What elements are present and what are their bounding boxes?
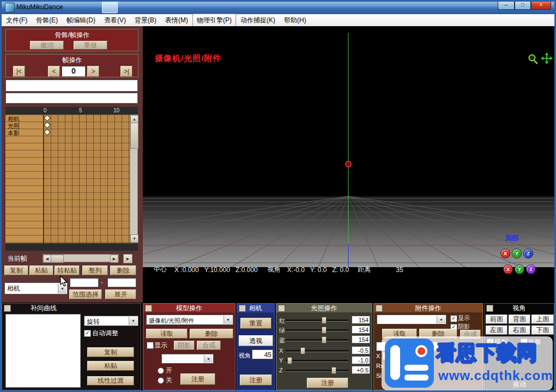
menu-help[interactable]: 帮助(H) [280, 14, 311, 26]
axis-y-rotate-icon[interactable]: Y [512, 249, 522, 258]
selection-list-box[interactable] [5, 93, 138, 104]
title-bar[interactable]: MikuMikuDance ─ □ × [0, 0, 556, 14]
frame-step-button[interactable]: ▶ [123, 254, 132, 263]
chevron-down-icon[interactable]: ▼ [223, 316, 232, 324]
menu-file[interactable]: 文件(F) [2, 14, 32, 26]
light-x-slider[interactable] [286, 350, 348, 352]
axis-z-rotate-icon[interactable]: Z [523, 249, 533, 258]
copy-button[interactable]: 复制 [4, 266, 28, 275]
last-frame-button[interactable]: >| [120, 66, 132, 77]
timeline-ruler[interactable]: 0 5 10 [5, 107, 138, 114]
range-select-button[interactable]: 范围选择 [69, 290, 102, 299]
keyframe-camera-0[interactable] [44, 114, 51, 122]
light-r-slider[interactable] [286, 319, 348, 322]
row-label-self-shadow[interactable]: 本影 [8, 129, 20, 137]
light-y-thumb[interactable] [287, 357, 292, 364]
close-button[interactable]: × [531, 0, 551, 10]
light-z-value[interactable]: +0.5 [352, 366, 370, 374]
prev-frame-button[interactable]: < [48, 66, 60, 77]
hscroll-thumb[interactable] [51, 255, 64, 263]
scroll-down-icon[interactable]: ▼ [130, 234, 138, 243]
frame-number-input[interactable]: 0 [62, 66, 86, 77]
model-minimize-button[interactable] [145, 305, 152, 312]
maximize-button[interactable]: □ [515, 0, 531, 10]
interp-minimize-button[interactable] [4, 305, 11, 312]
bone-list-box[interactable] [5, 80, 138, 92]
range-end-input[interactable] [107, 278, 136, 287]
model-blend-button[interactable]: 合成 [197, 341, 221, 350]
expand-button[interactable]: 展开 [105, 290, 136, 299]
axis-y-move-icon[interactable]: Y [515, 264, 524, 274]
range-start-input[interactable] [70, 278, 99, 287]
vscroll-thumb[interactable] [130, 123, 138, 149]
view-bottom-button[interactable]: 下面 [531, 325, 554, 335]
next-frame-button[interactable]: > [87, 66, 99, 77]
model-load-button[interactable]: 读取 [146, 329, 188, 339]
model-delete-button[interactable]: 删除 [190, 329, 233, 339]
linear-transition-button[interactable]: 线性过渡 [87, 376, 134, 385]
local-mode-label[interactable]: 局部 [505, 233, 519, 243]
menu-background[interactable]: 背景(B) [130, 14, 161, 26]
column-button[interactable]: 整列 [82, 266, 108, 275]
scroll-up-icon[interactable]: ▲ [130, 115, 138, 123]
view-minimize-button[interactable] [486, 305, 493, 312]
interp-paste-button[interactable]: 粘贴 [87, 361, 134, 371]
perspective-button[interactable]: 透视 [239, 335, 273, 346]
light-z-thumb[interactable] [331, 367, 336, 374]
chevron-down-icon[interactable]: ▼ [204, 355, 213, 363]
light-minimize-button[interactable] [278, 305, 285, 312]
axis-z-move-icon[interactable]: Z [526, 264, 536, 274]
physics-on-radio[interactable] [158, 367, 164, 374]
menu-bone[interactable]: 骨骼(E) [32, 14, 62, 26]
light-g-value[interactable]: 154 [352, 325, 370, 334]
menu-motion-capture[interactable]: 动作捕捉(K) [236, 14, 280, 26]
paste-button[interactable]: 粘贴 [29, 266, 53, 275]
light-g-slider[interactable] [286, 329, 348, 331]
interp-copy-button[interactable]: 复制 [87, 347, 134, 357]
menu-expression[interactable]: 表情(M) [161, 14, 192, 26]
undo-button[interactable]: 撤消 [30, 41, 64, 50]
camera-target-marker[interactable] [346, 161, 351, 167]
axis-x-move-icon[interactable]: X [503, 264, 513, 274]
camera-minimize-button[interactable] [239, 305, 246, 312]
accessory-selector[interactable]: ▼ [377, 315, 446, 324]
light-y-slider[interactable] [286, 360, 348, 362]
chevron-down-icon[interactable]: ▼ [437, 316, 445, 323]
light-z-slider[interactable] [286, 370, 348, 372]
light-b-value[interactable]: 154 [352, 335, 370, 343]
view-left-button[interactable]: 左面 [486, 325, 507, 335]
model-sub-selector[interactable]: ▼ [161, 354, 214, 364]
camera-reset-button[interactable]: 重置 [240, 318, 271, 329]
light-b-slider[interactable] [286, 339, 348, 341]
chevron-down-icon[interactable]: ▼ [129, 317, 137, 325]
timeline-vscrollbar[interactable]: ▲ ▼ [130, 114, 138, 243]
minimize-button[interactable]: ─ [498, 0, 515, 10]
view-right-button[interactable]: 右面 [509, 325, 530, 335]
first-frame-button[interactable]: |< [13, 66, 25, 77]
model-display-checkbox[interactable] [147, 342, 154, 349]
light-y-value[interactable]: -1.0 [352, 356, 370, 364]
light-x-value[interactable]: -0.5 [352, 346, 370, 354]
viewport-3d[interactable]: 摄像机/光照/附件 局部 X Y Z X Y Z 中心 X :0.000 Y:1… [143, 26, 554, 303]
model-shadow-button[interactable]: 阴影 [174, 341, 195, 350]
menu-view[interactable]: 查看(V) [100, 14, 130, 26]
auto-adjust-checkbox[interactable]: ✓ [84, 330, 91, 337]
physics-off-radio[interactable] [158, 377, 164, 384]
model-selector[interactable]: 摄像机/光照/附件 ▼ [146, 315, 233, 325]
keyframe-light-0[interactable] [44, 122, 51, 129]
keyframe-shadow-0[interactable] [44, 129, 51, 136]
track-selector[interactable]: 相机 ▼ [4, 282, 68, 294]
accessory-display-checkbox[interactable]: ✓ [450, 315, 457, 322]
axis-x-rotate-icon[interactable]: X [500, 249, 510, 258]
light-x-thumb[interactable] [300, 347, 305, 354]
timeline-grid[interactable] [44, 114, 130, 243]
light-r-thumb[interactable] [322, 317, 327, 324]
accessory-minimize-button[interactable] [376, 305, 383, 312]
light-g-thumb[interactable] [322, 327, 327, 334]
light-b-thumb[interactable] [322, 336, 327, 343]
view-front-button[interactable]: 前面 [486, 315, 507, 324]
scroll-left-icon[interactable]: ◀ [43, 255, 51, 263]
view-back-button[interactable]: 背面 [509, 315, 530, 324]
menu-physics[interactable]: 物理引擎(P) [192, 14, 236, 27]
paste-special-button[interactable]: 转粘贴 [55, 266, 80, 275]
